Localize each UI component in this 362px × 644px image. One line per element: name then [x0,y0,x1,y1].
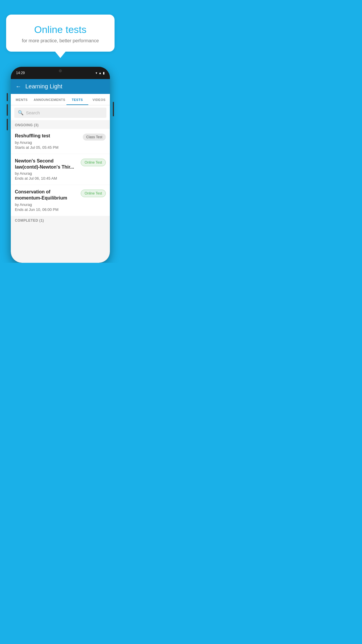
phone-side-buttons-left [7,93,8,130]
test-card-3[interactable]: Conservation of momentum-Equilibrium by … [11,185,110,216]
power-button [113,102,114,116]
test-1-badge: Class Test [83,134,106,141]
test-2-badge: Online Test [81,159,106,166]
tab-announcements[interactable]: ANNOUNCEMENTS [32,94,66,105]
status-icons: ▾ ▲ ▮ [96,71,105,75]
app-title: Learning Light [25,83,62,90]
test-1-name: Reshuffling test [15,133,80,139]
vol-up-btn [7,104,8,116]
promo-section: Online tests for more practice, better p… [6,15,115,58]
ongoing-section-label: ONGOING (3) [11,120,110,129]
phone-frame: 14:29 ▾ ▲ ▮ ← Learning Light MENTS ANNOU… [11,67,110,263]
test-card-2[interactable]: Newton's Second law(contd)-Newton's Thir… [11,154,110,185]
test-card-2-info: Newton's Second law(contd)-Newton's Thir… [15,158,78,181]
power-btn [7,93,8,101]
app-header: ← Learning Light [11,79,110,94]
camera [59,69,62,72]
test-2-date: Ends at Jul 06, 10:45 AM [15,176,78,181]
test-3-date: Ends at Jun 10, 06:00 PM [15,207,78,212]
tab-tests[interactable]: TESTS [66,94,88,105]
speech-bubble-arrow [55,52,66,58]
test-3-name: Conservation of momentum-Equilibrium [15,189,78,201]
status-time: 14:29 [16,71,25,75]
phone-side-buttons-right [113,102,114,116]
signal-icon: ▲ [99,71,102,75]
search-bar: 🔍 Search [11,105,110,120]
test-1-by: by Anurag [15,140,80,145]
search-placeholder-text: Search [26,110,40,115]
tab-ments[interactable]: MENTS [11,94,32,105]
vol-down-btn [7,119,8,130]
search-icon: 🔍 [18,110,24,116]
test-2-name: Newton's Second law(contd)-Newton's Thir… [15,158,78,170]
battery-icon: ▮ [103,71,105,75]
notch [49,67,72,75]
completed-section-label: COMPLETED (1) [11,216,110,225]
test-3-by: by Anurag [15,202,78,207]
speech-bubble: Online tests for more practice, better p… [6,15,115,52]
bubble-title: Online tests [13,24,108,35]
test-card-1-info: Reshuffling test by Anurag Starts at Jul… [15,133,80,150]
test-card-1[interactable]: Reshuffling test by Anurag Starts at Jul… [11,129,110,154]
back-button[interactable]: ← [15,83,21,90]
tabs-bar: MENTS ANNOUNCEMENTS TESTS VIDEOS [11,94,110,105]
test-card-3-info: Conservation of momentum-Equilibrium by … [15,189,78,212]
test-2-by: by Anurag [15,171,78,176]
bubble-subtitle: for more practice, better performance [13,38,108,43]
wifi-icon: ▾ [96,71,97,75]
status-bar: 14:29 ▾ ▲ ▮ [11,67,110,79]
test-3-badge: Online Test [81,190,106,197]
search-input-wrapper[interactable]: 🔍 Search [14,108,106,118]
tab-videos[interactable]: VIDEOS [88,94,110,105]
phone-wrapper: 14:29 ▾ ▲ ▮ ← Learning Light MENTS ANNOU… [8,67,113,263]
phone-content: 🔍 Search ONGOING (3) Reshuffling test by… [11,105,110,263]
test-1-date: Starts at Jul 05, 05:45 PM [15,145,80,150]
